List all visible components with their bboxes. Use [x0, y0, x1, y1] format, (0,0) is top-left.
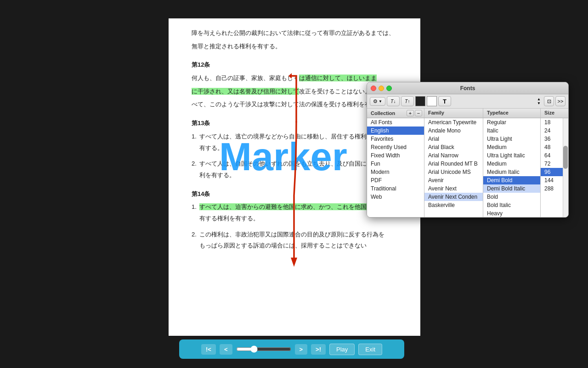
collection-item-english[interactable]: English	[367, 126, 424, 135]
family-item-arial[interactable]: Arial	[424, 135, 483, 143]
maximize-button[interactable]	[386, 86, 392, 91]
column-headers: Collection + − Family Typeface Size	[367, 109, 568, 118]
font-size-down-icon: T↓	[390, 99, 396, 104]
gear-icon: ⚙	[373, 98, 378, 104]
typeface-item-ultra-light[interactable]: Ultra Light	[483, 135, 540, 143]
family-item-andale-mono[interactable]: Andale Mono	[424, 126, 483, 135]
collection-item-pdf[interactable]: PDF	[367, 176, 424, 184]
font-size-down-button[interactable]: T↓	[387, 96, 400, 106]
exit-button[interactable]: Exit	[358, 344, 382, 355]
size-up-arrow[interactable]: ▲	[537, 98, 541, 101]
doc-para-2: 無罪と推定される権利を有する。	[192, 41, 397, 52]
collection-item-web[interactable]: Web	[367, 193, 424, 201]
family-item-avenir-next[interactable]: Avenir Next	[424, 184, 483, 193]
typeface-item-demi-bold[interactable]: Demi Bold	[483, 176, 540, 184]
size-list: 18 24 36 48 64 72 96 144 288	[541, 118, 568, 217]
fonts-panel-title: Fonts	[460, 85, 475, 92]
article-12-title: 第12条	[192, 59, 397, 71]
collection-item-recently-used[interactable]: Recently Used	[367, 143, 424, 151]
family-item-avenir[interactable]: Avenir	[424, 176, 483, 184]
size-col-header: Size	[541, 109, 568, 118]
typeface-item-italic[interactable]: Italic	[483, 126, 540, 135]
more-button[interactable]: >>	[555, 96, 565, 106]
typeface-item-medium[interactable]: Medium	[483, 143, 540, 151]
font-bold-button[interactable]: T	[438, 96, 451, 106]
typeface-item-medium2[interactable]: Medium	[483, 160, 540, 168]
typeface-item-medium-italic[interactable]: Medium Italic	[483, 168, 540, 176]
family-item-avenir-next-conden[interactable]: Avenir Next Conden	[424, 193, 483, 201]
collection-item-fun[interactable]: Fun	[367, 160, 424, 168]
typeface-item-heavy[interactable]: Heavy	[483, 209, 540, 217]
collection-col-header: Collection + −	[367, 109, 424, 118]
doc-para-1: 障を与えられた公開の裁判において法律に従って有罪の立証があるまでは、	[192, 28, 397, 39]
first-button[interactable]: !<	[201, 344, 216, 355]
family-item-arial-unicode[interactable]: Arial Unicode MS	[424, 168, 483, 176]
expand-button[interactable]: ⊡	[544, 96, 554, 106]
family-col-header: Family	[424, 109, 483, 118]
bottom-toolbar: !< < > >! Play Exit	[179, 339, 404, 359]
next-button[interactable]: >	[295, 344, 308, 355]
collection-item-traditional[interactable]: Traditional	[367, 184, 424, 193]
family-item-arial-black[interactable]: Arial Black	[424, 143, 483, 151]
family-item-arial-rounded[interactable]: Arial Rounded MT B	[424, 160, 483, 168]
traffic-lights	[371, 86, 392, 91]
gear-button[interactable]: ⚙ ▼	[370, 97, 385, 106]
typeface-item-regular[interactable]: Regular	[483, 118, 540, 126]
add-collection-button[interactable]: +	[407, 110, 414, 116]
font-size-up-button[interactable]: T↑	[401, 96, 414, 106]
marker-text: Marker	[219, 120, 347, 194]
typeface-col-header: Typeface	[483, 109, 541, 118]
fonts-panel: Fonts ⚙ ▼ T↓ T↑ T ▲ ▼ ⊡ >> Collection + …	[367, 82, 569, 218]
typeface-item-demi-bold-italic[interactable]: Demi Bold Italic	[483, 184, 540, 193]
collection-item-favorites[interactable]: Favorites	[367, 135, 424, 143]
article-14-item1: すべて人は、迫害からの避難を他国に求め、かつ、これを他国で享有する権利を有する。	[199, 201, 379, 224]
typeface-list: Regular Italic Ultra Light Medium Ultra …	[483, 118, 541, 217]
gear-chevron: ▼	[379, 99, 382, 104]
size-scrollbar-thumb[interactable]	[563, 146, 568, 169]
fonts-toolbar: ⚙ ▼ T↓ T↑ T ▲ ▼ ⊡ >>	[367, 94, 568, 109]
fonts-titlebar: Fonts	[367, 82, 568, 94]
family-list: American Typewrite Andale Mono Arial Ari…	[424, 118, 483, 217]
family-item-baskerville[interactable]: Baskerville	[424, 201, 483, 209]
typeface-item-ultra-light-italic[interactable]: Ultra Light Italic	[483, 151, 540, 160]
collection-buttons: + −	[407, 110, 422, 116]
play-button[interactable]: Play	[329, 344, 355, 355]
collection-item-all-fonts[interactable]: All Fonts	[367, 118, 424, 126]
font-size-up-icon: T↑	[405, 99, 410, 104]
size-arrows: ▲ ▼	[537, 98, 541, 105]
size-scrollbar[interactable]	[563, 118, 568, 217]
family-item-american-typewrite[interactable]: American Typewrite	[424, 118, 483, 126]
slider-container	[236, 345, 291, 353]
remove-collection-button[interactable]: −	[415, 110, 422, 116]
size-down-arrow[interactable]: ▼	[537, 102, 541, 105]
minimize-button[interactable]	[379, 86, 384, 91]
collection-item-fixed-width[interactable]: Fixed Width	[367, 151, 424, 160]
article-12-text: 何人も、自己の証事、家族、家庭もしくは通信に対して、ほしいまま	[192, 73, 397, 84]
family-item-arial-narrow[interactable]: Arial Narrow	[424, 151, 483, 160]
font-color-white[interactable]	[427, 96, 437, 106]
fonts-columns-content: All Fonts English Favorites Recently Use…	[367, 118, 568, 217]
close-button[interactable]	[371, 86, 376, 91]
typeface-item-bold[interactable]: Bold	[483, 193, 540, 201]
prev-button[interactable]: <	[220, 344, 232, 355]
article-14-item2: この権利は、非政治犯罪又は国際連合の目的及び原則に反する行為をもっぱら原因とする…	[199, 229, 384, 252]
progress-slider[interactable]	[236, 345, 291, 353]
last-button[interactable]: >!	[311, 344, 326, 355]
font-color-black[interactable]	[415, 96, 425, 106]
typeface-item-bold-italic[interactable]: Bold Italic	[483, 201, 540, 209]
collection-item-modern[interactable]: Modern	[367, 168, 424, 176]
collection-list: All Fonts English Favorites Recently Use…	[367, 118, 424, 217]
